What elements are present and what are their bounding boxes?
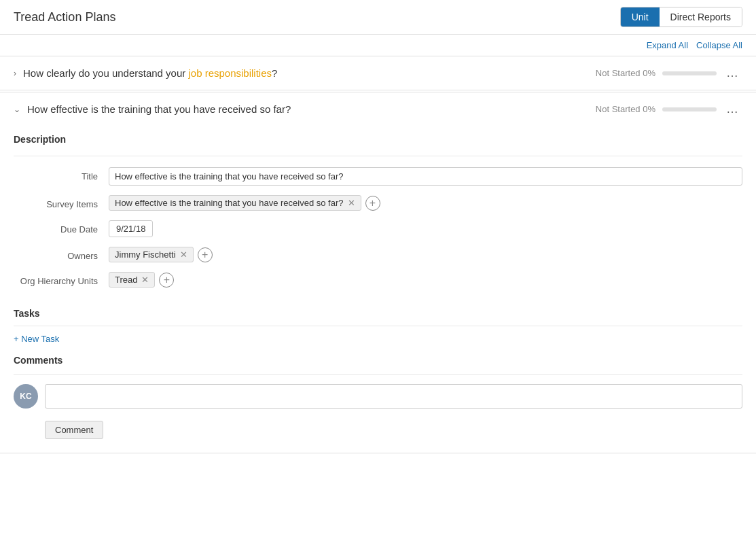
org-label: Org Hierarchy Units xyxy=(14,272,109,286)
tasks-area: + New Task xyxy=(14,333,742,344)
section2-header[interactable]: ⌄ How effective is the training that you… xyxy=(0,92,756,126)
page-title: Tread Action Plans xyxy=(14,10,115,24)
org-tag-text: Tread xyxy=(115,275,137,285)
form-row-title: Title xyxy=(14,167,742,186)
section1-more-btn[interactable]: … xyxy=(723,66,742,80)
survey-label: Survey Items xyxy=(14,195,109,209)
survey-tags: How effective is the training that you h… xyxy=(109,195,742,211)
section1-header[interactable]: › How clearly do you understand your job… xyxy=(0,56,756,90)
due-date-label: Due Date xyxy=(14,220,109,235)
comment-submit-btn[interactable]: Comment xyxy=(45,421,103,439)
owners-value: Jimmy Fischetti ✕ + xyxy=(109,247,742,262)
due-date-display[interactable]: 9/21/18 xyxy=(109,220,153,237)
owner-tag-remove-btn[interactable]: ✕ xyxy=(180,250,187,259)
owner-tag-1: Jimmy Fischetti ✕ xyxy=(109,247,194,262)
direct-reports-toggle-btn[interactable]: Direct Reports xyxy=(660,7,742,27)
survey-value: How effective is the training that you h… xyxy=(109,195,742,211)
section2-progress-bar xyxy=(662,107,717,111)
unit-toggle-btn[interactable]: Unit xyxy=(621,7,660,27)
form-row-due-date: Due Date 9/21/18 xyxy=(14,220,742,237)
org-value: Tread ✕ + xyxy=(109,272,742,288)
form-row-owners: Owners Jimmy Fischetti ✕ + xyxy=(14,247,742,262)
section2-more-btn[interactable]: … xyxy=(723,102,742,116)
section1-chevron: › xyxy=(14,69,16,78)
section2-status: Not Started 0% xyxy=(596,104,655,114)
owners-tags: Jimmy Fischetti ✕ + xyxy=(109,247,742,262)
org-tags: Tread ✕ + xyxy=(109,272,742,288)
section1-title: How clearly do you understand your job r… xyxy=(23,67,596,79)
toolbar: Expand All Collapse All xyxy=(0,35,756,56)
section1-progress-bar xyxy=(662,71,717,75)
avatar: KC xyxy=(14,384,38,409)
section-training: ⌄ How effective is the training that you… xyxy=(0,92,756,453)
owner-add-btn[interactable]: + xyxy=(198,247,213,262)
new-task-link[interactable]: + New Task xyxy=(14,334,59,344)
section2-title: How effective is the training that you h… xyxy=(27,103,596,115)
title-value xyxy=(109,167,742,186)
title-label: Title xyxy=(14,167,109,181)
tasks-heading: Tasks xyxy=(14,297,742,326)
comment-btn-row: Comment xyxy=(14,415,742,439)
view-toggle: Unit Direct Reports xyxy=(620,7,742,27)
due-date-value: 9/21/18 xyxy=(109,220,742,237)
section2-body: Description Title Survey Items How effec… xyxy=(0,126,756,453)
owner-tag-text: Jimmy Fischetti xyxy=(115,249,176,260)
title-input[interactable] xyxy=(109,167,742,186)
survey-tag-text: How effective is the training that you h… xyxy=(115,198,344,208)
org-add-btn[interactable]: + xyxy=(159,273,174,288)
comment-input[interactable] xyxy=(45,384,742,409)
section2-meta: Not Started 0% … xyxy=(596,102,742,116)
survey-add-btn[interactable]: + xyxy=(365,196,380,211)
owners-label: Owners xyxy=(14,247,109,261)
survey-tag-1: How effective is the training that you h… xyxy=(109,195,361,211)
collapse-all-link[interactable]: Collapse All xyxy=(696,40,742,50)
survey-tag-remove-btn[interactable]: ✕ xyxy=(348,198,355,207)
section-job-responsibilities: › How clearly do you understand your job… xyxy=(0,56,756,90)
section2-chevron: ⌄ xyxy=(14,105,20,114)
comments-heading: Comments xyxy=(14,344,742,375)
form-row-org: Org Hierarchy Units Tread ✕ + xyxy=(14,272,742,288)
section1-status: Not Started 0% xyxy=(596,68,655,78)
comment-input-row: KC xyxy=(14,384,742,409)
expand-all-link[interactable]: Expand All xyxy=(647,40,688,50)
description-heading: Description xyxy=(14,126,742,156)
header: Tread Action Plans Unit Direct Reports xyxy=(0,0,756,35)
form-row-survey: Survey Items How effective is the traini… xyxy=(14,195,742,211)
org-tag-1: Tread ✕ xyxy=(109,272,155,288)
org-tag-remove-btn[interactable]: ✕ xyxy=(141,275,149,284)
section1-meta: Not Started 0% … xyxy=(596,66,742,80)
